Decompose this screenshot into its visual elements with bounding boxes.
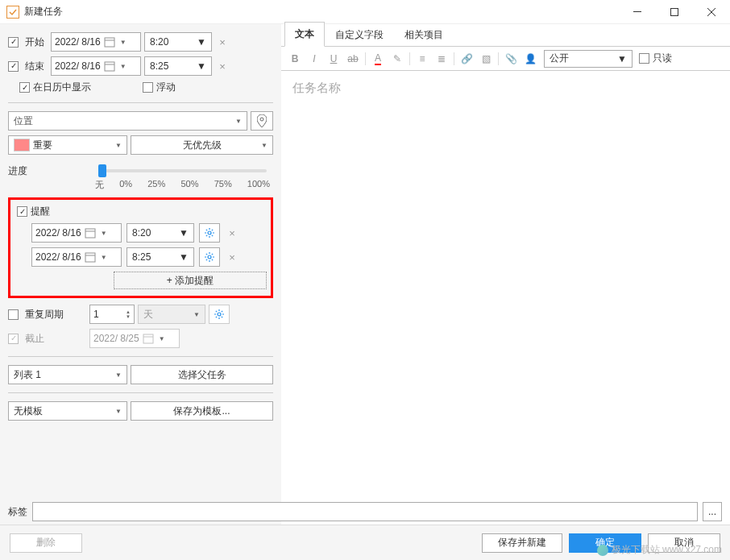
progress-ticks: 无 0% 25% 50% 75% 100% [95,179,270,191]
repeat-checkbox[interactable] [8,309,19,320]
floating-checkbox[interactable] [143,82,153,93]
category-select[interactable]: 重要 ▼ [8,135,127,155]
svg-rect-2 [105,38,114,47]
strike-button[interactable]: ab [344,50,362,68]
repeat-count-input[interactable]: 1 ▲▼ [89,305,135,324]
attachment-button[interactable]: 📎 [502,50,520,68]
bullet-list-button[interactable]: ≡ [413,50,431,68]
tags-more-button[interactable]: ... [703,502,722,521]
maximize-button[interactable] [656,0,693,24]
show-in-calendar-label: 在日历中显示 [33,81,91,94]
chevron-down-icon: ▼ [101,230,107,237]
start-label: 开始 [25,35,44,49]
highlight-button[interactable]: ✎ [388,50,406,68]
tab-custom-fields[interactable]: 自定义字段 [325,23,394,47]
link-button[interactable]: 🔗 [458,50,475,68]
window-title: 新建任务 [24,5,619,19]
tags-row: 标签 ... [8,502,722,521]
repeat-settings-button[interactable] [209,305,230,324]
reminder-remove-button-0[interactable]: × [225,226,239,240]
chevron-down-icon: ▼ [115,408,122,415]
chevron-down-icon: ▼ [159,335,165,342]
readonly-checkbox[interactable] [639,53,649,64]
start-time-input[interactable]: 8:20 ▼ [144,32,212,52]
reminder-time-input-1[interactable]: 8:25 ▼ [127,247,194,267]
chevron-down-icon: ▼ [101,254,107,261]
italic-button[interactable]: I [305,50,323,68]
tab-related[interactable]: 相关项目 [394,23,454,47]
tab-text[interactable]: 文本 [284,22,325,47]
gear-icon [214,309,225,320]
chevron-down-icon: ▼ [235,118,242,125]
task-name-editor[interactable]: 任务名称 [281,71,730,560]
chevron-down-icon: ▼ [179,251,189,263]
gear-icon [204,251,215,263]
font-color-button[interactable]: A [369,50,387,68]
svg-rect-1 [671,8,678,15]
calendar-icon [85,227,96,239]
calendar-icon [143,333,154,344]
end-label: 结束 [25,60,44,73]
chevron-down-icon: ▼ [197,60,206,72]
list-select[interactable]: 列表 1 ▼ [8,365,127,384]
progress-slider-thumb[interactable] [98,164,106,177]
chevron-down-icon: ▼ [617,53,627,64]
calendar-icon [104,36,115,48]
ok-button[interactable]: 确定 [569,533,641,553]
end-time-input[interactable]: 8:25 ▼ [144,56,212,76]
reminder-checkbox[interactable] [17,206,27,217]
calendar-icon [85,251,96,263]
reminder-settings-button-1[interactable] [199,247,220,267]
chevron-down-icon: ▼ [115,371,122,379]
reminder-date-input-1[interactable]: 2022/ 8/16 ▼ [31,247,122,267]
save-and-new-button[interactable]: 保存并新建 [482,533,562,553]
reminder-date-input-0[interactable]: 2022/ 8/16 ▼ [31,223,122,243]
delete-button[interactable]: 删除 [10,533,82,553]
deadline-date-input: 2022/ 8/25 ▼ [89,329,180,348]
editor-placeholder: 任务名称 [292,81,719,96]
tags-input[interactable] [32,502,698,521]
image-button[interactable]: ▧ [477,50,495,68]
repeat-unit-select[interactable]: 天 ▼ [138,305,205,324]
chevron-down-icon: ▼ [197,36,206,48]
reminder-settings-button-0[interactable] [199,223,220,243]
category-color-swatch [14,139,30,151]
number-list-button[interactable]: ≣ [433,50,450,68]
add-reminder-button[interactable]: + 添加提醒 [114,272,267,289]
end-date-input[interactable]: 2022/ 8/16 ▼ [51,56,141,76]
select-parent-task-button[interactable]: 选择父任务 [131,365,273,384]
save-as-template-button[interactable]: 保存为模板... [131,401,273,421]
visibility-select[interactable]: 公开 ▼ [544,50,633,68]
right-panel: 文本 自定义字段 相关项目 B I U ab A ✎ ≡ ≣ 🔗 ▧ 📎 👤 公… [281,24,730,560]
location-pin-button[interactable] [251,111,273,131]
contact-button[interactable]: 👤 [521,50,539,68]
chevron-down-icon: ▼ [193,311,200,318]
close-button[interactable] [693,0,730,24]
chevron-down-icon: ▼ [261,142,268,149]
gear-icon [204,227,215,239]
cancel-button[interactable]: 取消 [648,533,720,553]
reminder-remove-button-1[interactable]: × [225,250,239,264]
priority-select[interactable]: 无优先级 ▼ [131,135,273,155]
reminder-section: 提醒 2022/ 8/16 ▼ 8:20 ▼ × 202 [8,197,273,298]
svg-rect-6 [85,229,95,238]
minimize-button[interactable] [619,0,656,24]
chevron-down-icon: ▼ [120,39,127,46]
rich-text-toolbar: B I U ab A ✎ ≡ ≣ 🔗 ▧ 📎 👤 公开 ▼ 只读 [281,47,730,71]
template-select[interactable]: 无模板 ▼ [8,401,127,421]
readonly-label: 只读 [653,52,672,65]
end-checkbox[interactable] [8,61,19,72]
start-checkbox[interactable] [8,37,19,48]
clear-end-button[interactable]: × [215,59,230,73]
bold-button[interactable]: B [286,50,304,68]
underline-button[interactable]: U [325,50,342,68]
location-input[interactable]: 位置 ▼ [8,111,247,131]
tabs: 文本 自定义字段 相关项目 [281,24,730,47]
progress-slider[interactable] [98,169,267,172]
reminder-label: 提醒 [31,205,50,218]
start-date-input[interactable]: 2022/ 8/16 ▼ [51,32,141,52]
chevron-down-icon: ▼ [179,227,189,239]
show-in-calendar-checkbox[interactable] [19,82,30,93]
clear-start-button[interactable]: × [215,35,230,49]
reminder-time-input-0[interactable]: 8:20 ▼ [127,223,194,243]
